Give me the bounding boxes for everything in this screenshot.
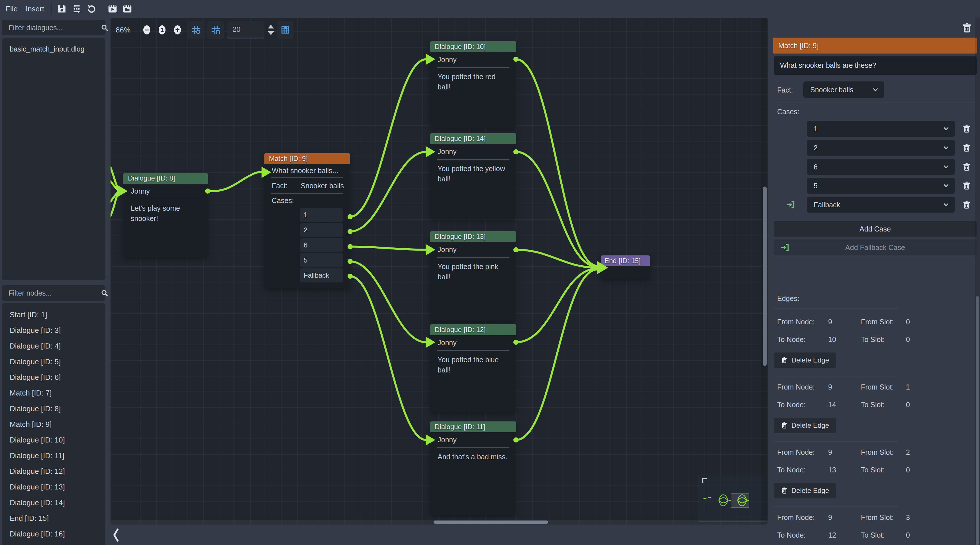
search-icon [100, 289, 109, 297]
node-list-item-dialogue-4[interactable]: Dialogue [ID: 4] [2, 338, 105, 354]
case-dropdown-3[interactable]: 6 [807, 159, 955, 175]
node-title-bar[interactable]: Dialogue [ID: 12] [430, 324, 516, 335]
zoom-out-button[interactable]: − [143, 25, 150, 35]
toggle-grid-button[interactable] [188, 21, 205, 39]
delete-case-button[interactable] [962, 124, 972, 135]
delete-edge-button[interactable]: Delete Edge [774, 353, 836, 368]
trash-icon [962, 124, 972, 134]
snap-step-input[interactable]: 20 [228, 21, 264, 38]
inspector-scrollbar-thumb[interactable] [976, 296, 979, 545]
delete-edge-button[interactable]: Delete Edge [774, 418, 836, 433]
node-title-bar[interactable]: Match [ID: 9] [264, 153, 350, 164]
save-button[interactable] [54, 2, 69, 16]
menu-insert[interactable]: Insert [22, 0, 48, 17]
delete-case-button[interactable] [962, 143, 972, 154]
node-list-item-dialogue-14[interactable]: Dialogue [ID: 14] [2, 495, 105, 510]
arrange-icon [72, 4, 82, 14]
minimap[interactable] [698, 475, 766, 522]
zoom-reset-button[interactable]: 1 [159, 25, 165, 35]
graph-node-dialogue-11[interactable]: Dialogue [ID: 11] Jonny And that's a bad… [430, 421, 516, 515]
collapse-sidebar-button[interactable] [112, 527, 123, 543]
node-list-item-dialogue-11[interactable]: Dialogue [ID: 11] [2, 448, 105, 464]
question-input[interactable]: What snooker balls are these? [774, 56, 977, 75]
dialogue-file-item[interactable]: basic_match_input.dlog [2, 38, 105, 53]
node-list-item-match-7[interactable]: Match [ID: 7] [2, 385, 105, 401]
delete-case-button[interactable] [962, 181, 972, 192]
node-title-bar[interactable]: End [ID: 15] [601, 256, 650, 266]
node-speaker: Jonny [430, 335, 516, 350]
graph-canvas[interactable]: Dialogue [ID: 8] Jonny Let's play some s… [111, 17, 768, 524]
open-dialogue-folder-button[interactable] [120, 2, 135, 16]
node-list-item-end-15[interactable]: End [ID: 15] [2, 510, 105, 526]
match-fact-row: Fact: Snooker balls [264, 178, 350, 193]
delete-edge-button[interactable]: Delete Edge [774, 483, 836, 498]
node-title-bar[interactable]: Dialogue [ID: 11] [430, 421, 516, 432]
graph-node-dialogue-14[interactable]: Dialogue [ID: 14] Jonny You potted the y… [430, 133, 516, 219]
node-list-item-match-9[interactable]: Match [ID: 9] [2, 416, 105, 432]
node-list-item-dialogue-16[interactable]: Dialogue [ID: 16] [2, 526, 105, 542]
node-list-item-dialogue-5[interactable]: Dialogue [ID: 5] [2, 354, 105, 370]
case-dropdown-1[interactable]: 1 [807, 121, 955, 137]
zoom-percent-label: 86% [114, 25, 132, 35]
node-title-bar[interactable]: Dialogue [ID: 14] [430, 133, 516, 144]
node-list-item-dialogue-8[interactable]: Dialogue [ID: 8] [2, 401, 105, 416]
graph-node-dialogue-12[interactable]: Dialogue [ID: 12] Jonny You potted the b… [430, 324, 516, 412]
spinner-up-icon [268, 25, 274, 29]
node-text: Let's play some snooker! [123, 199, 208, 224]
node-filter-input[interactable] [2, 289, 100, 297]
edge-10-to-15 [516, 59, 598, 266]
case-dropdown-4[interactable]: 5 [807, 178, 955, 194]
add-fallback-case-button[interactable]: Add Fallback Case [774, 240, 977, 256]
case-dropdown-2[interactable]: 2 [807, 140, 955, 156]
zoom-in-button[interactable]: + [174, 25, 181, 35]
graph-node-match-9[interactable]: Match [ID: 9] What snooker balls... Fact… [264, 153, 350, 288]
edge-entry-row: From Node: 9 From Slot: 2 [773, 446, 915, 458]
case-slot-5[interactable]: 5 [300, 253, 343, 267]
dialogue-filter-input[interactable] [2, 24, 100, 32]
canvas-horizontal-scrollbar-thumb[interactable] [434, 521, 548, 524]
case-slot-fallback[interactable]: Fallback [300, 268, 343, 283]
to-slot-value: 0 [906, 531, 910, 539]
case-slot-6[interactable]: 6 [300, 238, 343, 252]
separator [774, 79, 977, 79]
delete-edge-label: Delete Edge [791, 487, 829, 494]
to-slot-label: To Slot: [861, 466, 885, 474]
arrange-nodes-button[interactable] [69, 2, 84, 16]
node-speaker: Jonny [430, 242, 516, 257]
node-list-item-dialogue-13[interactable]: Dialogue [ID: 13] [2, 479, 105, 495]
case-dropdown-fallback[interactable]: Fallback [807, 197, 955, 213]
node-list-item-dialogue-6[interactable]: Dialogue [ID: 6] [2, 370, 105, 385]
inspector-node-title: Match [ID: 9] [773, 38, 977, 54]
delete-node-button[interactable] [961, 22, 974, 35]
graph-node-end-15[interactable]: End [ID: 15] [601, 256, 650, 279]
node-title-bar[interactable]: Dialogue [ID: 10] [430, 41, 516, 52]
node-list-item-dialogue-10[interactable]: Dialogue [ID: 10] [2, 432, 105, 448]
chevron-down-icon [942, 143, 950, 152]
graph-node-dialogue-10[interactable]: Dialogue [ID: 10] Jonny You potted the r… [430, 41, 516, 127]
node-list-item-start-1[interactable]: Start [ID: 1] [2, 307, 105, 323]
delete-case-button[interactable] [962, 162, 972, 173]
fact-dropdown[interactable]: Snooker balls [803, 81, 884, 98]
toggle-snap-button[interactable] [207, 21, 224, 39]
node-list-item-dialogue-12[interactable]: Dialogue [ID: 12] [2, 464, 105, 479]
minimap-viewport[interactable] [731, 493, 749, 508]
separator [774, 218, 977, 218]
from-node-value: 9 [828, 383, 832, 391]
node-title-bar[interactable]: Dialogue [ID: 8] [123, 173, 208, 184]
snap-step-spinner[interactable] [268, 25, 274, 35]
node-list-item-dialogue-3[interactable]: Dialogue [ID: 3] [2, 323, 105, 338]
toggle-minimap-button[interactable] [277, 21, 293, 39]
node-title-bar[interactable]: Dialogue [ID: 13] [430, 231, 516, 242]
graph-node-dialogue-13[interactable]: Dialogue [ID: 13] Jonny You potted the p… [430, 231, 516, 321]
delete-case-button[interactable] [962, 200, 972, 211]
case-slot-1[interactable]: 1 [300, 208, 343, 222]
canvas-vertical-scrollbar-thumb[interactable] [763, 186, 767, 366]
graph-node-dialogue-8[interactable]: Dialogue [ID: 8] Jonny Let's play some s… [123, 173, 208, 257]
add-case-button[interactable]: Add Case [774, 221, 977, 237]
undo-button[interactable] [84, 2, 99, 16]
case-slot-2[interactable]: 2 [300, 223, 343, 237]
case-value: 2 [814, 144, 942, 152]
node-filter [2, 285, 105, 301]
play-dialogue-button[interactable] [105, 2, 120, 16]
menu-file[interactable]: File [2, 0, 22, 17]
